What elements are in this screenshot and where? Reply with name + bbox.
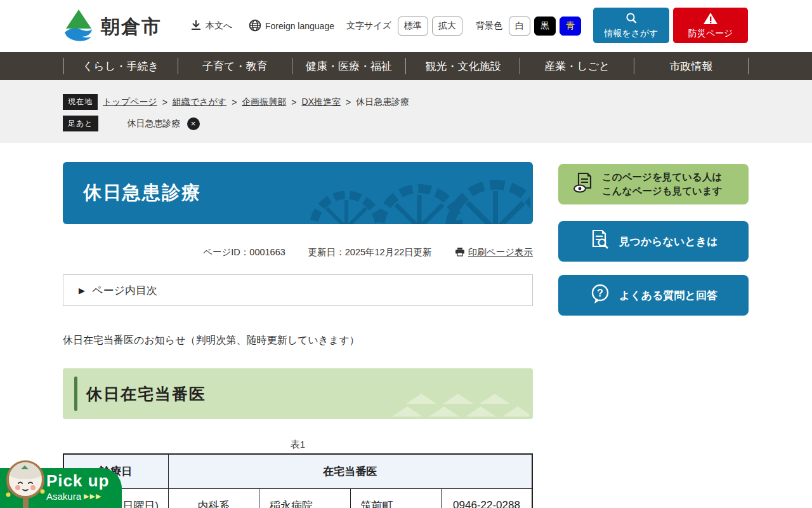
- pickup-title: Pick up: [46, 471, 109, 491]
- print-page-link[interactable]: 印刷ページ表示: [455, 246, 533, 258]
- related-pages-button[interactable]: このページを見ている人は こんなページも見ています: [558, 164, 749, 204]
- pickup-arrows-icon: ▶▶▶: [84, 492, 102, 500]
- table-header-row: 診療日 在宅当番医: [63, 454, 532, 488]
- table-row: 12月28日(日曜日) 内科系 稲永病院 筑前町 0946-22-0288: [63, 488, 532, 508]
- breadcrumb-area: 現在地 トップページ > 組織でさがす > 企画振興部 > DX推進室 > 休日…: [0, 80, 812, 143]
- pickup-asakura-badge[interactable]: Pick up Asakura ▶▶▶: [0, 468, 122, 508]
- footprint-tag: 足あと: [63, 116, 98, 131]
- remove-footprint-icon[interactable]: ×: [187, 117, 200, 130]
- nav-item-kurashi[interactable]: くらし・手続き: [64, 52, 178, 80]
- nav-item-kosodate[interactable]: 子育て・教育: [178, 52, 292, 80]
- font-size-label: 文字サイズ: [346, 20, 391, 32]
- footprint-item[interactable]: 休日急患診療: [128, 118, 181, 130]
- bg-white-button[interactable]: 白: [509, 17, 530, 36]
- current-location-tag: 現在地: [63, 94, 98, 110]
- breadcrumb-current: 休日急患診療: [356, 97, 409, 108]
- disaster-button-label: 防災ページ: [688, 28, 733, 39]
- disaster-page-button[interactable]: 防災ページ: [673, 8, 748, 43]
- water-wheel-icon: [302, 162, 530, 224]
- document-eye-icon: [572, 171, 595, 197]
- nav-item-kenko[interactable]: 健康・医療・福祉: [292, 52, 406, 80]
- breadcrumb-separator: >: [232, 97, 237, 107]
- font-size-standard-button[interactable]: 標準: [398, 17, 428, 36]
- page-id: ページID：0001663: [203, 246, 285, 258]
- background-color-controls: 背景色 白 黒 青: [476, 0, 581, 52]
- table-caption: 表1: [63, 439, 533, 451]
- column-header-doctor: 在宅当番医: [168, 454, 532, 488]
- breadcrumb-separator: >: [162, 97, 167, 107]
- warning-icon: [703, 12, 718, 27]
- heading-accent-bar: [74, 377, 77, 411]
- faq-label: よくある質問と回答: [619, 288, 717, 303]
- breadcrumb-link-org[interactable]: 組織でさがす: [173, 97, 226, 108]
- breadcrumb: 現在地 トップページ > 組織でさがす > 企画振興部 > DX推進室 > 休日…: [63, 94, 409, 110]
- nav-divider: [748, 58, 749, 74]
- pickup-text: Pick up Asakura ▶▶▶: [46, 471, 109, 502]
- breadcrumb-link-dx[interactable]: DX推進室: [302, 97, 341, 108]
- question-bubble-icon: ?: [589, 283, 611, 307]
- accordion-arrow-icon: ▶: [79, 286, 85, 295]
- duty-doctor-table: 診療日 在宅当番医 12月28日(日曜日) 内科系 稲永病院 筑前町 0946-…: [63, 453, 533, 508]
- notice-text: 休日在宅当番医のお知らせ（判明次第、随時更新していきます）: [63, 334, 360, 347]
- skip-link-label: 本文へ: [206, 20, 232, 32]
- page-title: 休日急患診療: [83, 180, 201, 206]
- breadcrumb-separator: >: [346, 97, 351, 107]
- nav-item-shisei[interactable]: 市政情報: [634, 52, 748, 80]
- site-title: 朝倉市: [101, 14, 162, 40]
- cell-phone: 0946-22-0288: [442, 488, 533, 508]
- faq-button[interactable]: ? よくある質問と回答: [558, 275, 749, 316]
- document-search-icon: [589, 229, 610, 253]
- page-toc-accordion[interactable]: ▶ ページ内目次: [63, 274, 533, 306]
- main-content: 休日急患診療: [0, 143, 812, 508]
- city-logo-icon: [63, 8, 95, 45]
- breadcrumb-separator: >: [291, 97, 296, 107]
- search-button-label: 情報をさがす: [604, 28, 658, 39]
- breadcrumb-link-kikaku[interactable]: 企画振興部: [242, 97, 286, 108]
- pickup-subtitle: Asakura: [46, 491, 81, 502]
- foreign-language-link[interactable]: Foreign language: [249, 0, 334, 52]
- page-meta-row: ページID：0001663 更新日：2025年12月22日更新 印刷ページ表示: [63, 246, 533, 258]
- bg-black-button[interactable]: 黒: [534, 17, 556, 36]
- bg-blue-button[interactable]: 青: [560, 17, 581, 36]
- cell-category: 内科系: [168, 488, 259, 508]
- not-found-button[interactable]: 見つからないときは: [558, 221, 749, 262]
- printer-icon: [455, 247, 465, 258]
- toc-label: ページ内目次: [92, 283, 157, 298]
- not-found-label: 見つからないときは: [619, 234, 717, 249]
- foreign-language-label: Foreign language: [265, 21, 334, 31]
- related-pages-label: このページを見ている人は こんなページも見ています: [602, 170, 723, 197]
- nav-item-kanko[interactable]: 観光・文化施設: [406, 52, 520, 80]
- background-color-label: 背景色: [476, 20, 502, 32]
- font-size-large-button[interactable]: 拡大: [432, 17, 462, 36]
- down-arrow-icon: [190, 20, 202, 33]
- site-header: 朝倉市 本文へ Foreig: [0, 0, 812, 52]
- global-navigation: くらし・手続き 子育て・教育 健康・医療・福祉 観光・文化施設 産業・しごと 市…: [0, 52, 812, 80]
- page-title-banner: 休日急患診療: [63, 162, 533, 224]
- mascot-icon: [3, 460, 48, 508]
- section-heading-box: 休日在宅当番医: [63, 368, 533, 419]
- font-size-controls: 文字サイズ 標準 拡大: [346, 0, 462, 52]
- site-search-button[interactable]: 情報をさがす: [593, 8, 669, 43]
- globe-icon: [249, 19, 261, 34]
- cell-town: 筑前町: [350, 488, 442, 508]
- update-date: 更新日：2025年12月22日更新: [308, 246, 432, 258]
- skip-to-content-link[interactable]: 本文へ: [190, 0, 232, 52]
- print-link-label: 印刷ページ表示: [468, 246, 533, 258]
- asakura-city-webpage: 朝倉市 本文へ Foreig: [0, 0, 812, 508]
- search-icon: [625, 12, 638, 27]
- mountains-icon: [392, 389, 529, 418]
- nav-item-sangyo[interactable]: 産業・しごと: [520, 52, 634, 80]
- breadcrumb-link-top[interactable]: トップページ: [103, 97, 157, 108]
- svg-text:?: ?: [597, 288, 603, 298]
- footprint-row: 足あと 休日急患診療 ×: [63, 116, 200, 131]
- cell-hospital: 稲永病院: [259, 488, 351, 508]
- section-heading: 休日在宅当番医: [86, 384, 206, 404]
- site-logo[interactable]: 朝倉市: [63, 8, 162, 45]
